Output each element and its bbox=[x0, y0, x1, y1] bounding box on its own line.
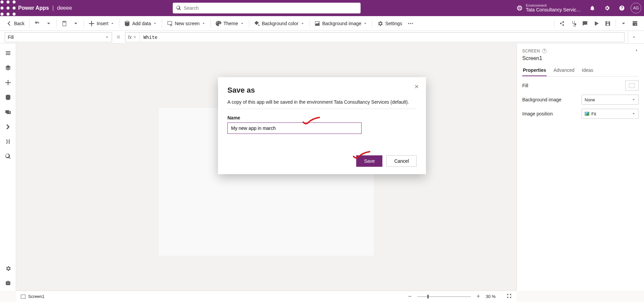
database-icon bbox=[5, 94, 11, 100]
flow-icon bbox=[5, 124, 11, 130]
tab-advanced[interactable]: Advanced bbox=[553, 65, 575, 76]
prop-img-pos-dropdown[interactable]: Fit bbox=[582, 109, 639, 119]
insert-button[interactable]: Insert bbox=[86, 16, 117, 31]
ribbon-separator bbox=[56, 19, 57, 28]
environment-label: Environment bbox=[526, 3, 581, 7]
database-icon bbox=[124, 20, 130, 27]
rail-settings[interactable] bbox=[0, 261, 16, 276]
add-data-label: Add data bbox=[132, 21, 151, 26]
settings-ribbon-button[interactable]: Settings bbox=[374, 16, 405, 31]
search-input[interactable] bbox=[184, 5, 357, 11]
search-icon bbox=[176, 5, 181, 11]
ribbon-separator bbox=[119, 19, 119, 28]
settings-button[interactable] bbox=[600, 0, 614, 16]
chevron-down-icon bbox=[632, 98, 636, 102]
tab-ideas[interactable]: Ideas bbox=[581, 65, 594, 76]
rail-virtual-agent[interactable] bbox=[0, 276, 16, 291]
rail-data[interactable] bbox=[0, 90, 16, 105]
panel-help-icon[interactable]: ? bbox=[542, 49, 547, 53]
expand-icon bbox=[506, 293, 512, 299]
property-dropdown[interactable]: Fill bbox=[5, 32, 112, 42]
svg-point-8 bbox=[13, 13, 16, 16]
dialog-save-button[interactable]: Save bbox=[356, 155, 382, 167]
new-screen-button[interactable]: New screen bbox=[164, 16, 208, 31]
rail-power-automate[interactable] bbox=[0, 119, 16, 134]
prop-fill-color-picker[interactable] bbox=[625, 81, 639, 91]
ribbon-separator bbox=[84, 19, 84, 28]
rail-insert[interactable] bbox=[0, 75, 16, 90]
color-swatch-icon bbox=[629, 83, 635, 88]
fx-menu[interactable]: fx bbox=[125, 33, 140, 42]
user-avatar[interactable]: AG bbox=[631, 3, 641, 13]
back-button[interactable]: Back bbox=[3, 16, 27, 31]
comments-button[interactable] bbox=[579, 16, 591, 31]
svg-point-10 bbox=[410, 23, 411, 24]
search-box[interactable] bbox=[173, 3, 361, 13]
dialog-close-button[interactable] bbox=[412, 82, 421, 91]
chevron-right-icon bbox=[635, 48, 639, 52]
equals-sign: = bbox=[115, 34, 122, 41]
zoom-out-button[interactable]: − bbox=[407, 293, 413, 300]
tab-properties[interactable]: Properties bbox=[522, 65, 547, 76]
rail-hamburger[interactable] bbox=[0, 46, 16, 60]
bg-image-button[interactable]: Background image bbox=[312, 16, 370, 31]
rail-media[interactable] bbox=[0, 105, 16, 119]
prop-img-pos-value: Fit bbox=[591, 111, 596, 116]
prop-bg-image-dropdown[interactable]: None bbox=[582, 95, 639, 105]
share-icon bbox=[559, 20, 565, 27]
bg-color-button[interactable]: Background color bbox=[251, 16, 307, 31]
paste-button[interactable] bbox=[59, 16, 70, 31]
rail-tree-view[interactable] bbox=[0, 60, 16, 75]
checker-button[interactable] bbox=[568, 16, 579, 31]
panel-expand-button[interactable] bbox=[635, 48, 639, 53]
formula-expand-button[interactable] bbox=[628, 31, 639, 43]
waffle-icon[interactable] bbox=[0, 0, 16, 16]
preview-button[interactable] bbox=[591, 16, 602, 31]
bot-icon bbox=[5, 280, 11, 286]
dialog-cancel-button[interactable]: Cancel bbox=[386, 155, 417, 167]
rail-variables[interactable] bbox=[0, 134, 16, 149]
help-button[interactable] bbox=[614, 0, 629, 16]
rail-search[interactable] bbox=[0, 149, 16, 164]
fit-to-window-button[interactable] bbox=[506, 293, 512, 300]
undo-button[interactable] bbox=[32, 16, 43, 31]
zoom-slider-thumb[interactable] bbox=[427, 295, 429, 299]
add-data-button[interactable]: Add data bbox=[121, 16, 160, 31]
status-bar: Screen1 − + 30 % bbox=[16, 291, 517, 302]
formula-input[interactable]: White bbox=[140, 35, 624, 40]
dialog-name-input[interactable] bbox=[227, 122, 362, 134]
gear-icon bbox=[377, 20, 383, 27]
ribbon-separator bbox=[615, 19, 616, 28]
paste-menu[interactable] bbox=[70, 16, 82, 31]
publish-button[interactable] bbox=[629, 16, 641, 31]
notifications-button[interactable] bbox=[585, 0, 600, 16]
gear-icon bbox=[604, 5, 610, 11]
share-button[interactable] bbox=[556, 16, 568, 31]
variable-icon bbox=[5, 139, 11, 145]
theme-button[interactable]: Theme bbox=[213, 16, 247, 31]
panel-tabs: Properties Advanced Ideas bbox=[522, 65, 639, 77]
global-header: Power Apps | deeee Environment Tata Cons… bbox=[0, 0, 644, 16]
chevron-down-icon bbox=[73, 20, 79, 27]
property-dropdown-label: Fill bbox=[8, 35, 14, 40]
plus-icon bbox=[5, 80, 11, 86]
bg-color-label: Background color bbox=[262, 21, 299, 26]
chevron-down-icon bbox=[301, 21, 305, 26]
ribbon-overflow[interactable] bbox=[405, 16, 416, 31]
environment-name: Tata Consultancy Servic… bbox=[526, 7, 581, 12]
ribbon-separator bbox=[210, 19, 211, 28]
more-icon bbox=[408, 20, 414, 27]
zoom-in-button[interactable]: + bbox=[475, 293, 482, 300]
undo-icon bbox=[34, 20, 40, 27]
search-container bbox=[173, 3, 361, 13]
save-button[interactable] bbox=[602, 16, 613, 31]
save-menu[interactable] bbox=[618, 16, 629, 31]
chevron-down-icon bbox=[202, 21, 206, 26]
zoom-slider[interactable] bbox=[417, 296, 471, 297]
ribbon-separator bbox=[29, 19, 30, 28]
environment-picker[interactable]: Environment Tata Consultancy Servic… bbox=[517, 3, 581, 12]
bucket-icon bbox=[254, 20, 260, 27]
undo-menu[interactable] bbox=[43, 16, 54, 31]
media-icon bbox=[5, 109, 11, 115]
status-screen-name[interactable]: Screen1 bbox=[28, 294, 44, 299]
